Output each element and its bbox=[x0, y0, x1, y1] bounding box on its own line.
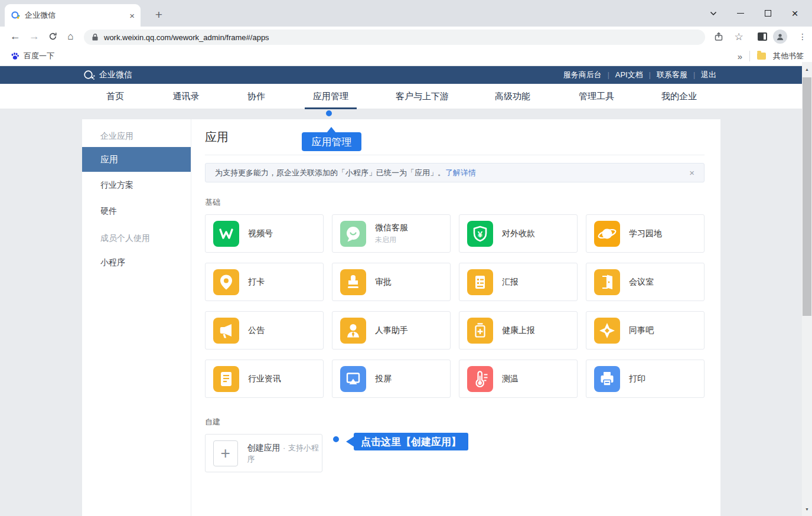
app-card[interactable]: 汇报 bbox=[459, 263, 578, 301]
app-card[interactable]: 行业资讯 bbox=[205, 360, 324, 398]
app-label: 同事吧 bbox=[629, 325, 654, 336]
side-panel-icon[interactable] bbox=[755, 29, 770, 44]
section-label-base: 基础 bbox=[205, 197, 705, 208]
profile-avatar[interactable] bbox=[772, 29, 788, 44]
forward-button[interactable]: → bbox=[26, 28, 42, 44]
megaphone-icon bbox=[213, 318, 239, 344]
app-label: 视频号 bbox=[248, 228, 273, 239]
home-button[interactable]: ⌂ bbox=[63, 28, 79, 44]
window-close-button[interactable]: × bbox=[781, 0, 808, 27]
nav-tab-home[interactable]: 首页 bbox=[82, 84, 148, 109]
page-title: 应用 bbox=[205, 129, 705, 145]
screencast-icon bbox=[340, 366, 366, 392]
app-label: 打印 bbox=[629, 374, 645, 384]
app-label: 健康上报 bbox=[502, 325, 535, 336]
header-link-support[interactable]: 联系客服 bbox=[657, 70, 687, 80]
printer-icon bbox=[594, 366, 620, 392]
header-link-separator: | bbox=[608, 71, 609, 79]
notice-link[interactable]: 了解详情 bbox=[445, 168, 476, 178]
header-link-logout[interactable]: 退出 bbox=[701, 70, 716, 80]
create-app-label: 创建应用 bbox=[247, 443, 281, 452]
tab-title: 企业微信 bbox=[25, 10, 125, 21]
channels-icon bbox=[213, 221, 239, 247]
app-card[interactable]: 微信客服 未启用 bbox=[332, 214, 451, 253]
app-card[interactable]: 会议室 bbox=[586, 263, 705, 301]
new-tab-button[interactable]: + bbox=[151, 6, 167, 23]
sidebar-item-industry-solutions[interactable]: 行业方案 bbox=[82, 172, 191, 198]
door-icon bbox=[594, 269, 620, 295]
notice-close-icon[interactable]: × bbox=[689, 168, 694, 178]
person-icon bbox=[340, 318, 366, 344]
scroll-down-icon[interactable]: ▼ bbox=[802, 502, 812, 516]
app-card[interactable]: 审批 bbox=[332, 263, 451, 301]
page-scrollbar[interactable]: ▲ ▼ bbox=[802, 62, 812, 516]
window-maximize-button[interactable] bbox=[754, 0, 781, 27]
nav-tab-label: 应用管理 bbox=[313, 91, 348, 102]
sidebar-item-miniprograms[interactable]: 小程序 bbox=[82, 249, 191, 275]
header-link-api-docs[interactable]: API文档 bbox=[615, 70, 643, 80]
header-link-separator: | bbox=[649, 71, 651, 79]
app-card[interactable]: 健康上报 bbox=[459, 311, 578, 350]
window-chevron-icon[interactable] bbox=[700, 0, 727, 27]
collect-shield-icon: ¥ bbox=[467, 221, 493, 247]
app-label: 行业资讯 bbox=[248, 374, 281, 384]
app-card[interactable]: 打卡 bbox=[205, 263, 324, 301]
create-arrow-icon bbox=[346, 436, 354, 447]
report-doc-icon bbox=[467, 269, 493, 295]
nav-tab-collaboration[interactable]: 协作 bbox=[224, 84, 289, 109]
bookmark-star-icon[interactable]: ☆ bbox=[731, 29, 746, 44]
app-card[interactable]: 打印 bbox=[586, 360, 705, 398]
app-card[interactable]: 视频号 bbox=[205, 214, 324, 253]
medkit-icon bbox=[467, 318, 493, 344]
nav-tab-app-management[interactable]: 应用管理 bbox=[289, 84, 373, 109]
bookmarks-overflow-icon[interactable]: » bbox=[738, 51, 742, 61]
app-label: 学习园地 bbox=[629, 228, 662, 239]
browser-menu-icon[interactable]: ⋮ bbox=[795, 29, 810, 44]
app-card[interactable]: ¥ 对外收款 bbox=[459, 214, 578, 253]
other-bookmarks-label[interactable]: 其他书签 bbox=[773, 51, 804, 61]
sidebar-item-apps[interactable]: 应用 bbox=[82, 147, 191, 172]
wecom-logo-icon bbox=[83, 70, 96, 81]
app-label: 汇报 bbox=[502, 277, 518, 288]
create-highlight-ring bbox=[333, 436, 339, 442]
create-app-button[interactable]: + 创建应用 · 支持小程序 bbox=[205, 434, 322, 472]
bookmark-baidu[interactable]: 百度一下 bbox=[11, 51, 54, 61]
plus-icon: + bbox=[213, 440, 238, 466]
window-minimize-button[interactable] bbox=[727, 0, 754, 27]
app-card[interactable]: 公告 bbox=[205, 311, 324, 350]
nav-tab-advanced[interactable]: 高级功能 bbox=[472, 84, 553, 109]
reload-button[interactable] bbox=[45, 28, 61, 44]
nav-tab-contacts[interactable]: 通讯录 bbox=[148, 84, 224, 109]
app-card[interactable]: 测温 bbox=[459, 360, 578, 398]
brand: 企业微信 bbox=[83, 70, 132, 81]
nav-tab-admin-tools[interactable]: 管理工具 bbox=[553, 84, 640, 109]
app-label: 人事助手 bbox=[375, 325, 408, 336]
app-status: 未启用 bbox=[375, 235, 408, 245]
browser-tab[interactable]: 企业微信 × bbox=[5, 4, 141, 27]
app-label: 审批 bbox=[375, 277, 392, 288]
bookmarks-separator bbox=[749, 51, 750, 61]
svg-text:¥: ¥ bbox=[478, 228, 483, 239]
kf-chat-icon bbox=[340, 221, 366, 247]
app-card[interactable]: 同事吧 bbox=[586, 311, 705, 350]
tab-close-icon[interactable]: × bbox=[129, 11, 135, 21]
share-icon[interactable] bbox=[711, 29, 726, 44]
sidebar-group-enterprise-apps: 企业应用 bbox=[82, 131, 191, 142]
app-label: 对外收款 bbox=[502, 228, 535, 239]
app-card[interactable]: 投屏 bbox=[332, 360, 451, 398]
bookmark-label: 百度一下 bbox=[24, 51, 54, 61]
scrollbar-thumb[interactable] bbox=[803, 77, 811, 316]
app-card[interactable]: 学习园地 bbox=[586, 214, 705, 253]
address-bar[interactable]: work.weixin.qq.com/wework_admin/frame#/a… bbox=[84, 30, 705, 45]
sidebar-item-hardware[interactable]: 硬件 bbox=[82, 198, 191, 224]
app-card[interactable]: 人事助手 bbox=[332, 311, 451, 350]
nav-tab-my-company[interactable]: 我的企业 bbox=[640, 84, 719, 109]
back-button[interactable]: ← bbox=[7, 28, 23, 44]
nav-tooltip: 应用管理 bbox=[302, 132, 361, 151]
nav-tab-customers[interactable]: 客户与上下游 bbox=[373, 84, 472, 109]
header-link-provider[interactable]: 服务商后台 bbox=[563, 70, 602, 80]
bookmarks-bar: 百度一下 » 其他书签 bbox=[0, 46, 812, 66]
url-text: work.weixin.qq.com/wework_admin/frame#/a… bbox=[104, 33, 269, 42]
scroll-up-icon[interactable]: ▲ bbox=[802, 62, 812, 76]
location-pin-icon bbox=[213, 269, 239, 295]
